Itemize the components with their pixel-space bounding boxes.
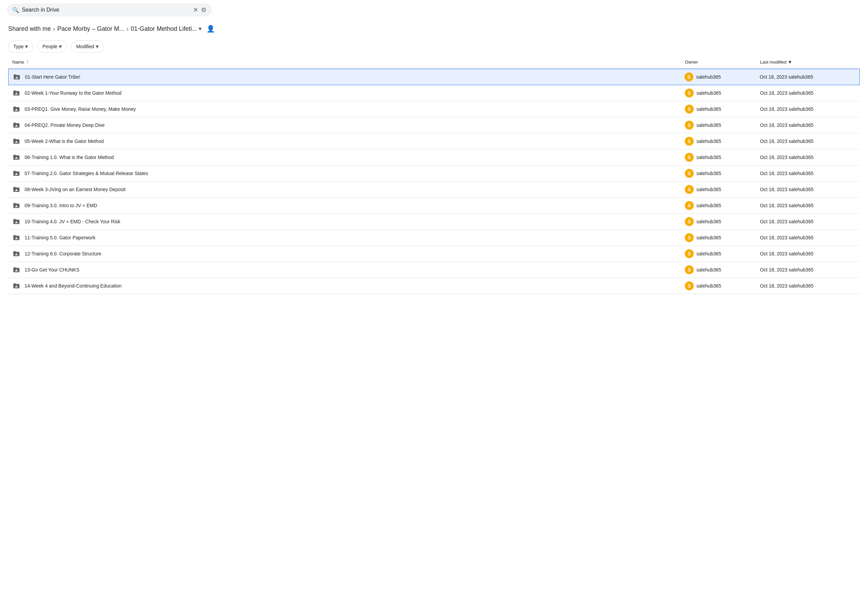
filter-type-label: Type [13, 44, 24, 49]
table-row[interactable]: 07-Training 2.0. Gator Strategies & Mutu… [8, 165, 860, 181]
table-header: Name ↑ Owner Last modified ▼ [8, 55, 860, 69]
share-icon[interactable]: 👤 [206, 25, 215, 33]
svg-rect-4 [15, 110, 18, 111]
folder-shared-icon [12, 169, 21, 177]
svg-point-17 [16, 205, 17, 206]
table-row[interactable]: 03-PREQ1. Give Money, Raise Money, Make … [8, 101, 860, 117]
filter-modified-button[interactable]: Modified ▾ [71, 40, 104, 53]
table-row[interactable]: 09-Training 3.0. Intro to JV + EMD S sal… [8, 198, 860, 214]
filter-type-button[interactable]: Type ▾ [8, 40, 33, 53]
row-modified-cell: Oct 18, 2023 salehub365 [760, 235, 856, 241]
row-filename: 07-Training 2.0. Gator Strategies & Mutu… [25, 171, 148, 176]
breadcrumb-separator-1: › [53, 25, 55, 33]
row-modified-cell: Oct 18, 2023 salehub365 [760, 122, 856, 128]
row-owner-cell: S salehub365 [684, 73, 760, 82]
owner-name: salehub365 [696, 187, 721, 192]
avatar: S [685, 217, 694, 226]
table-row[interactable]: 14-Week 4 and Beyond-Continuing Educatio… [8, 278, 860, 294]
svg-rect-16 [15, 206, 18, 207]
avatar: S [685, 169, 694, 178]
row-owner-cell: S salehub365 [685, 105, 760, 113]
settings-icon[interactable]: ⚙ [201, 6, 206, 14]
avatar: S [685, 201, 694, 210]
svg-rect-20 [15, 239, 18, 239]
breadcrumb-dropdown-button[interactable]: ▾ [198, 25, 201, 33]
row-name-cell: 09-Training 3.0. Intro to JV + EMD [12, 201, 685, 209]
close-icon[interactable]: ✕ [193, 6, 198, 14]
row-modified-cell: Oct 18, 2023 salehub365 [760, 106, 856, 112]
table-row[interactable]: 13-Go Get Your CHUNKS S salehub365 Oct 1… [8, 262, 860, 278]
breadcrumb: Shared with me › Pace Morby – Gator M...… [0, 20, 868, 38]
table-row[interactable]: 10-Training 4.0. JV + EMD - Check Your R… [8, 214, 860, 230]
row-owner-cell: S salehub365 [685, 249, 760, 258]
row-name-cell: 12-Training 6.0. Corporate Structure [12, 249, 685, 258]
row-modified-cell: Oct 18, 2023 salehub365 [760, 171, 856, 176]
svg-rect-2 [15, 94, 18, 95]
svg-point-25 [16, 269, 17, 271]
svg-point-3 [16, 93, 17, 94]
table-row[interactable]: 08-Week 3-JVing on an Earnest Money Depo… [8, 181, 860, 198]
filter-people-button[interactable]: People ▾ [37, 40, 67, 53]
table-row[interactable]: 01-Start Here Gator Tribe! S salehub365 … [8, 69, 860, 85]
row-owner-cell: S salehub365 [685, 121, 760, 129]
folder-shared-icon [12, 185, 21, 193]
table-row[interactable]: 04-PREQ2. Private Money Deep Dive S sale… [8, 117, 860, 133]
row-owner-cell: S salehub365 [685, 169, 760, 178]
row-name-cell: 02-Week 1-Your Runway to the Gator Metho… [12, 89, 685, 97]
row-name-cell: 11-Training 5.0. Gator Paperwork [12, 233, 685, 242]
column-last-modified-label: Last modified [760, 59, 787, 65]
row-modified-cell: Oct 18, 2023 salehub365 [760, 74, 855, 80]
avatar: S [685, 281, 694, 290]
svg-rect-6 [15, 126, 18, 127]
file-table: Name ↑ Owner Last modified ▼ 01-Start He… [0, 55, 868, 294]
row-owner-cell: S salehub365 [685, 233, 760, 242]
table-row[interactable]: 12-Training 6.0. Corporate Structure S s… [8, 246, 860, 262]
column-name[interactable]: Name ↑ [12, 59, 685, 65]
owner-name: salehub365 [696, 106, 721, 112]
row-filename: 06-Training 1.0. What is the Gator Metho… [25, 154, 114, 160]
row-name-cell: 08-Week 3-JVing on an Earnest Money Depo… [12, 185, 685, 193]
row-modified-cell: Oct 18, 2023 salehub365 [760, 283, 856, 288]
chevron-down-icon: ▾ [25, 43, 28, 50]
column-last-modified[interactable]: Last modified ▼ [760, 59, 856, 65]
svg-rect-0 [15, 78, 18, 79]
table-row[interactable]: 11-Training 5.0. Gator Paperwork S saleh… [8, 230, 860, 246]
folder-shared-icon [12, 282, 21, 290]
row-name-cell: 04-PREQ2. Private Money Deep Dive [12, 121, 685, 129]
svg-rect-18 [15, 223, 18, 223]
row-name-cell: 07-Training 2.0. Gator Strategies & Mutu… [12, 169, 685, 177]
column-owner[interactable]: Owner [685, 59, 760, 65]
breadcrumb-root[interactable]: Shared with me [8, 25, 51, 33]
table-row[interactable]: 02-Week 1-Your Runway to the Gator Metho… [8, 85, 860, 101]
avatar: S [685, 249, 694, 258]
owner-name: salehub365 [696, 203, 721, 208]
folder-shared-icon [12, 217, 21, 226]
folder-shared-icon [12, 121, 21, 129]
svg-rect-24 [15, 271, 18, 272]
row-name-cell: 01-Start Here Gator Tribe! [13, 73, 684, 81]
row-filename: 12-Training 6.0. Corporate Structure [25, 251, 101, 257]
svg-point-9 [16, 141, 17, 142]
folder-shared-icon [12, 105, 21, 113]
row-owner-cell: S salehub365 [685, 89, 760, 98]
row-filename: 11-Training 5.0. Gator Paperwork [25, 235, 95, 241]
search-bar[interactable]: 🔍 ✕ ⚙ [7, 3, 212, 16]
owner-name: salehub365 [696, 74, 721, 80]
filter-people-label: People [42, 44, 58, 49]
svg-rect-22 [15, 255, 18, 255]
svg-point-15 [16, 189, 17, 190]
table-row[interactable]: 05-Week 2-What is the Gator Method S sal… [8, 133, 860, 149]
row-name-cell: 10-Training 4.0. JV + EMD - Check Your R… [12, 217, 685, 226]
row-modified-cell: Oct 18, 2023 salehub365 [760, 138, 856, 144]
svg-point-5 [16, 109, 17, 110]
breadcrumb-separator-2: › [126, 25, 129, 33]
breadcrumb-parent[interactable]: Pace Morby – Gator M... [58, 25, 124, 33]
row-modified-cell: Oct 18, 2023 salehub365 [760, 203, 856, 208]
row-name-cell: 13-Go Get Your CHUNKS [12, 266, 685, 274]
avatar: S [685, 233, 694, 242]
search-input[interactable] [22, 7, 190, 13]
owner-name: salehub365 [696, 235, 721, 241]
owner-name: salehub365 [696, 267, 721, 273]
svg-point-27 [16, 285, 17, 287]
table-row[interactable]: 06-Training 1.0. What is the Gator Metho… [8, 149, 860, 165]
